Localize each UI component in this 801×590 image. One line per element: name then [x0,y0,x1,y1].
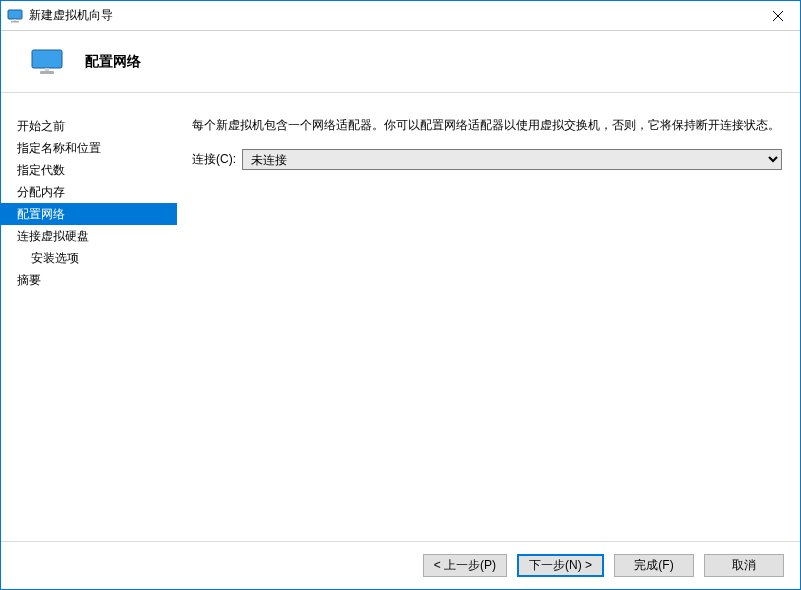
wizard-body: 开始之前 指定名称和位置 指定代数 分配内存 配置网络 连接虚拟硬盘 安装选项 … [1,93,800,541]
wizard-window: 新建虚拟机向导 配置网络 开始之前 指定名称和位置 指定代数 分配内存 配置网络… [0,0,801,590]
prev-button[interactable]: < 上一步(P) [423,554,507,577]
connection-label: 连接(C): [192,151,236,168]
sidebar-item-memory[interactable]: 分配内存 [1,181,177,203]
svg-rect-7 [40,71,54,74]
svg-rect-1 [14,19,16,21]
connection-row: 连接(C): 未连接 [192,149,782,170]
sidebar-item-name-location[interactable]: 指定名称和位置 [1,137,177,159]
wizard-main-panel: 每个新虚拟机包含一个网络适配器。你可以配置网络适配器以使用虚拟交换机，否则，它将… [178,93,800,541]
sidebar-item-before-begin[interactable]: 开始之前 [1,115,177,137]
svg-rect-2 [11,21,19,23]
close-icon [773,11,783,21]
svg-rect-0 [8,10,22,19]
next-button[interactable]: 下一步(N) > [517,554,604,577]
window-title: 新建虚拟机向导 [29,7,755,24]
svg-rect-6 [45,68,49,71]
svg-rect-5 [32,50,62,68]
app-icon [7,8,23,24]
step-description: 每个新虚拟机包含一个网络适配器。你可以配置网络适配器以使用虚拟交换机，否则，它将… [192,115,782,135]
cancel-button[interactable]: 取消 [704,554,784,577]
wizard-step-icon [31,49,63,75]
page-heading: 配置网络 [85,53,141,71]
wizard-footer: < 上一步(P) 下一步(N) > 完成(F) 取消 [1,541,800,589]
header-panel: 配置网络 [1,31,800,93]
sidebar-item-install-options[interactable]: 安装选项 [1,247,177,269]
sidebar-item-generation[interactable]: 指定代数 [1,159,177,181]
close-button[interactable] [755,1,800,30]
sidebar-item-network[interactable]: 配置网络 [1,203,177,225]
sidebar-item-summary[interactable]: 摘要 [1,269,177,291]
sidebar-item-virtual-disk[interactable]: 连接虚拟硬盘 [1,225,177,247]
connection-select[interactable]: 未连接 [242,149,782,170]
finish-button[interactable]: 完成(F) [614,554,694,577]
titlebar: 新建虚拟机向导 [1,1,800,31]
wizard-steps-sidebar: 开始之前 指定名称和位置 指定代数 分配内存 配置网络 连接虚拟硬盘 安装选项 … [1,93,178,541]
